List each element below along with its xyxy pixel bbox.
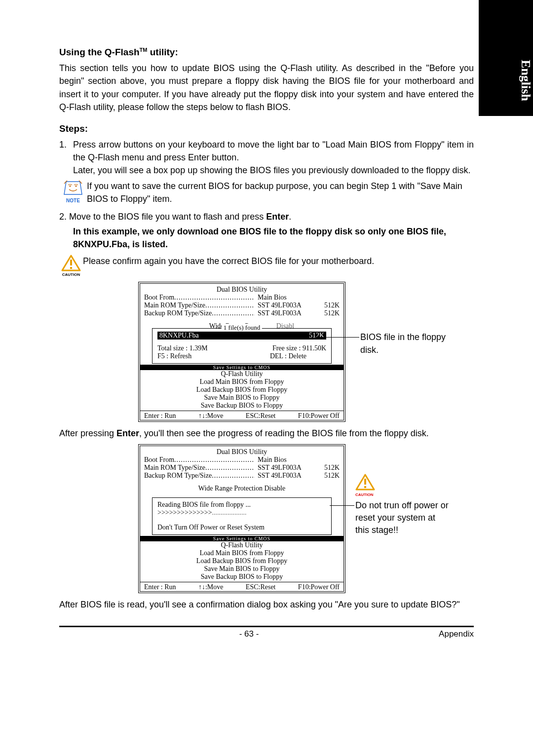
bios1-mainrom-v: SST 49LF003A	[255, 302, 314, 309]
heading-tm: TM	[140, 47, 148, 53]
bios2-progress: >>>>>>>>>>>>>>	[157, 509, 212, 516]
after1-enter: Enter	[116, 428, 139, 438]
page-footer: - 63 - Appendix	[59, 626, 474, 639]
bios2-progress-dots: ....................	[212, 509, 247, 516]
dots: ........................................…	[174, 456, 255, 464]
callout-2-line	[330, 505, 354, 506]
bios2-warn: Don't Turn Off Power or Reset System	[157, 524, 326, 531]
step-2-enter: Enter	[266, 212, 289, 222]
heading-post: utility:	[147, 47, 178, 57]
bios2-wrp: Wide Range Protection Disable	[144, 485, 340, 492]
bios2-f-run: Enter : Run	[144, 583, 176, 591]
step-1: 1. Press arrow buttons on your keyboard …	[59, 138, 474, 177]
bios2-f-move: ↑↓:Move	[198, 583, 224, 591]
dots: ...........................	[205, 302, 255, 309]
bios1-m4: Save Backup BIOS to Floppy	[144, 402, 340, 410]
bios2-backuprom-v: SST 49LF003A	[255, 472, 314, 480]
bios2-m4: Save Backup BIOS to Floppy	[144, 573, 340, 581]
bios1-backuprom-v: SST 49LF003A	[255, 309, 314, 317]
bios2-reading: Reading BIOS file from floppy ...	[157, 501, 326, 509]
step-1a: Press arrow buttons on your keyboard to …	[73, 140, 474, 162]
bios1-bootfrom-l: Boot From	[144, 294, 174, 302]
bios2-backuprom-s: 512K	[314, 472, 340, 480]
bios1-file-name: 8KNXPU.Fba	[159, 332, 199, 340]
bios2-footer: Enter : Run ↑↓:Move ESC:Reset F10:Power …	[140, 582, 343, 591]
caution-text-1: Please confirm again you have the correc…	[83, 255, 374, 267]
note-label: NOTE	[66, 198, 80, 203]
dots: ........................................…	[174, 294, 255, 302]
bios2-m2: Load Backup BIOS from Floppy	[144, 557, 340, 565]
after-enter-text: After pressing Enter, you'll then see th…	[59, 427, 474, 440]
bios1-backuprom-s: 512K	[314, 309, 340, 317]
bios2-bootfrom-l: Boot From	[144, 456, 174, 464]
note-icon: NOTE	[59, 180, 87, 205]
bios1-f5: F5 : Refresh	[157, 352, 191, 360]
bios1-f-reset: ESC:Reset	[246, 412, 276, 420]
bios2-progress-row: >>>>>>>>>>>>>>....................	[157, 509, 326, 517]
bios1-popup-label: 1 file(s) found	[222, 324, 262, 332]
language-sidetab: English	[479, 0, 533, 116]
step-1-number: 1.	[59, 138, 73, 177]
bios1-backuprom-l: Backup ROM Type/Size	[144, 309, 212, 317]
svg-rect-4	[364, 479, 366, 485]
caution-block-1: CAUTION Please confirm again you have th…	[59, 255, 474, 277]
after1-pre: After pressing	[59, 428, 116, 438]
step-2-pre: 2. Move to the BIOS file you want to fla…	[59, 212, 266, 222]
heading-using-qflash: Using the Q-FlashTM utility:	[59, 47, 474, 58]
bios2-mainrom-s: 512K	[314, 464, 340, 472]
caution-icon-1: CAUTION	[59, 255, 83, 277]
bios-screenshot-1-wrap: Dual BIOS Utility Boot From ............…	[59, 282, 474, 422]
step-2: 2. Move to the BIOS file you want to fla…	[59, 210, 474, 223]
page-number: - 63 -	[239, 629, 259, 639]
bios2-f-reset: ESC:Reset	[246, 583, 276, 591]
step-2-post: .	[289, 212, 291, 222]
bios2-util-title: Q-Flash Utility	[144, 541, 340, 549]
callout-1: BIOS file in the floppy disk.	[345, 331, 452, 356]
bios1-f-move: ↑↓:Move	[198, 412, 224, 420]
spacer	[314, 456, 340, 464]
bios1-bootfrom-v: Main Bios	[255, 294, 314, 302]
svg-rect-3	[70, 267, 72, 269]
bios1-file-row: 8KNXPU.Fba 512K	[157, 332, 326, 340]
dots: ........................	[212, 472, 255, 480]
svg-point-1	[76, 185, 77, 187]
bios1-util-title: Q-Flash Utility	[144, 370, 340, 378]
bios-screenshot-2-wrap: Dual BIOS Utility Boot From ............…	[59, 444, 474, 593]
caution-label-1: CAUTION	[62, 272, 80, 277]
step-1-body: Press arrow buttons on your keyboard to …	[73, 138, 474, 177]
after1-post: , you'll then see the progress of readin…	[139, 428, 429, 438]
bios1-f-power: F10:Power Off	[298, 412, 340, 420]
bios1-footer: Enter : Run ↑↓:Move ESC:Reset F10:Power …	[140, 411, 343, 420]
intro-paragraph: This section tells you how to update BIO…	[59, 62, 474, 113]
bios2-popup: Reading BIOS file from floppy ... >>>>>>…	[152, 497, 332, 535]
callout-1-text: BIOS file in the floppy disk.	[360, 332, 446, 354]
bios1-m2: Load Backup BIOS from Floppy	[144, 386, 340, 394]
note-block: NOTE If you want to save the current BIO…	[59, 180, 474, 205]
after-read-text: After BIOS file is read, you'll see a co…	[59, 598, 474, 611]
bios2-bootfrom-v: Main Bios	[255, 456, 314, 464]
dots: ........................	[212, 309, 255, 317]
bios2-m3: Save Main BIOS to Floppy	[144, 565, 340, 573]
bios-screenshot-1: Dual BIOS Utility Boot From ............…	[138, 282, 345, 422]
bios2-mainrom-v: SST 49LF003A	[255, 464, 314, 472]
note-text: If you want to save the current BIOS for…	[87, 180, 474, 205]
appendix-label: Appendix	[439, 629, 474, 639]
caution-label-2: CAUTION	[355, 492, 373, 497]
bios1-total: Total size : 1.39M	[157, 344, 208, 352]
svg-rect-5	[364, 486, 366, 488]
svg-point-0	[70, 185, 71, 187]
bios1-popup: 1 file(s) found 8KNXPU.Fba 512K Total si…	[152, 328, 332, 364]
bios2-m1: Load Main BIOS from Floppy	[144, 549, 340, 557]
bios2-title: Dual BIOS Utility	[144, 448, 340, 456]
bios1-mainrom-l: Main ROM Type/Size	[144, 302, 205, 309]
svg-rect-2	[70, 260, 72, 265]
bios1-mainrom-s: 512K	[314, 302, 340, 309]
bios1-m1: Load Main BIOS from Floppy	[144, 378, 340, 386]
bios2-divider: Save Settings to CMOS	[140, 536, 343, 541]
step-1b: Later, you will see a box pop up showing…	[73, 165, 470, 175]
steps-heading: Steps:	[59, 123, 474, 134]
callout-1-line	[316, 337, 359, 338]
example-line: In this example, we only download one BI…	[59, 225, 474, 251]
bios1-title: Dual BIOS Utility	[144, 286, 340, 294]
bios1-free: Free size : 911.50K	[272, 344, 326, 352]
